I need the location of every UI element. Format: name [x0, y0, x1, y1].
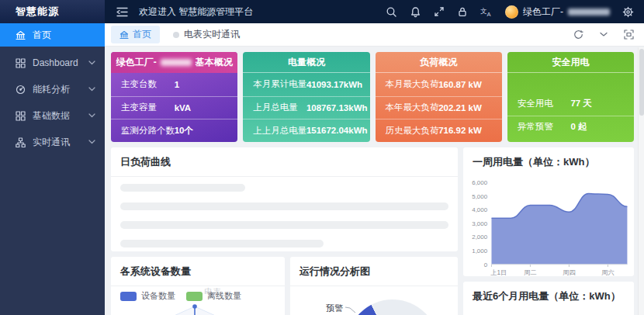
- stat-card-title: 安全用电: [507, 52, 634, 73]
- legend-swatch: [120, 292, 137, 301]
- stat-row: 监测分路个数10个: [111, 119, 237, 142]
- chevron-down-icon: [88, 140, 95, 144]
- stat-cards-row: 绿色工厂- 基本概况 主变台数1 主变容量kVA 监测分路个数10个 电量概况 …: [111, 52, 634, 142]
- chevron-down-icon: [88, 61, 95, 65]
- svg-text:上1日: 上1日: [490, 269, 507, 276]
- sidebar-item-base-data[interactable]: 基础数据: [0, 102, 105, 129]
- stat-row: 本月最大负荷160.87 kW: [376, 73, 502, 96]
- stat-card-safety: 安全用电 安全用电77 天 异常预警0 起: [507, 52, 634, 142]
- search-icon[interactable]: [386, 6, 397, 18]
- chevron-down-icon[interactable]: [600, 32, 608, 37]
- user-menu[interactable]: 绿色工厂-: [505, 5, 610, 19]
- chevron-down-icon: [88, 87, 95, 92]
- grid-icon: [16, 58, 26, 68]
- stat-row: 安全用电77 天: [507, 92, 634, 116]
- stat-row: 本月累计电量41093.17kWh: [243, 73, 369, 96]
- redacted-text: [161, 59, 192, 66]
- weekly-energy-panel: 一周用电量（单位：kWh） 01,0002,0003,0004,0005,000…: [463, 147, 634, 276]
- panel-title: 一周用电量（单位：kWh）: [463, 147, 634, 176]
- fullscreen-exit-icon[interactable]: [624, 29, 634, 40]
- radar-chart: 水表 用电安全: [120, 302, 275, 315]
- svg-text:0: 0: [484, 261, 488, 268]
- stat-card-load: 负荷概况 本月最大负荷160.87 kW 本年最大负荷202.21 kW 历史最…: [376, 52, 502, 142]
- tab-home[interactable]: 首页: [111, 26, 160, 43]
- sidebar-item-label: 能耗分析: [33, 83, 70, 96]
- stat-card-overview: 绿色工厂- 基本概况 主变台数1 主变容量kVA 监测分路个数10个: [111, 52, 237, 142]
- stat-row: 上上月总电量151672.04kWh: [243, 119, 369, 142]
- lock-icon[interactable]: [457, 6, 468, 17]
- panel-title: 日负荷曲线: [111, 147, 458, 177]
- sidebar-item-dashboard[interactable]: Dashboard: [0, 50, 105, 76]
- scrollbar-track[interactable]: [638, 47, 644, 315]
- sidebar-item-realtime-comm[interactable]: 实时通讯: [0, 129, 105, 155]
- user-name-redacted: [568, 9, 610, 16]
- loading-skeleton: [111, 177, 458, 248]
- tab-label: 电表实时通讯: [184, 28, 240, 41]
- user-name: 绿色工厂-: [523, 5, 563, 19]
- panel-title: 各系统设备数量: [111, 257, 285, 286]
- scrollbar-thumb[interactable]: [639, 49, 644, 116]
- chevron-down-icon: [88, 113, 95, 118]
- sidebar-item-label: 实时通讯: [33, 136, 70, 149]
- topbar: 智慧能源 欢迎进入 智慧能源管理平台 文A 绿色工厂-: [0, 0, 644, 23]
- stat-card-title: 负荷概况: [376, 52, 502, 73]
- bank-icon: [119, 30, 129, 40]
- svg-text:周二: 周二: [524, 269, 536, 276]
- svg-text:6,000: 6,000: [472, 179, 487, 186]
- device-count-panel: 各系统设备数量 电表 设备数量 离线数量: [111, 257, 285, 315]
- svg-text:2,000: 2,000: [472, 234, 487, 241]
- panel-title: 运行情况分析图: [290, 257, 458, 286]
- legend-swatch: [186, 292, 203, 301]
- svg-text:3,000: 3,000: [472, 220, 487, 227]
- sidebar-item-label: 首页: [33, 29, 51, 42]
- svg-text:1,000: 1,000: [472, 248, 487, 254]
- tabbar: 首页 电表实时通讯: [105, 23, 644, 47]
- svg-text:5,000: 5,000: [472, 193, 487, 200]
- stat-card-title: 电量概况: [243, 52, 369, 73]
- svg-text:周四: 周四: [563, 269, 575, 276]
- app-window: 智慧能源 欢迎进入 智慧能源管理平台 文A 绿色工厂-: [0, 0, 644, 315]
- stat-row: 主变容量kVA: [111, 96, 237, 119]
- share-nodes-icon: [16, 137, 26, 147]
- six-month-energy-panel: 最近6个月用电量（单位：kWh）: [463, 282, 634, 315]
- sidebar-item-label: 基础数据: [33, 109, 70, 123]
- weekly-area-chart: 01,0002,0003,0004,0005,0006,000上1日周二周四周六: [463, 176, 634, 278]
- stat-card-energy: 电量概况 本月累计电量41093.17kWh 上月总电量108767.13kWh…: [243, 52, 369, 142]
- gear-icon[interactable]: [622, 6, 634, 18]
- pie-slice-label: 预警: [326, 303, 343, 314]
- sidebar-item-home[interactable]: 首页: [0, 23, 105, 47]
- tab-meter-realtime[interactable]: 电表实时通讯: [173, 28, 240, 41]
- welcome-text: 欢迎进入 智慧能源管理平台: [139, 5, 253, 19]
- dashboard-content: 绿色工厂- 基本概况 主变台数1 主变容量kVA 监测分路个数10个 电量概况 …: [105, 47, 638, 315]
- avatar: [505, 5, 518, 19]
- sidebar: 首页 Dashboard 能耗分析 基础数据 实时通讯: [0, 23, 105, 315]
- legend-item-devices[interactable]: 设备数量: [120, 290, 175, 302]
- sidebar-collapse-icon[interactable]: [116, 7, 128, 17]
- svg-text:A: A: [487, 11, 491, 18]
- stat-row: 异常预警0 起: [507, 116, 634, 139]
- grid-icon: [16, 111, 26, 121]
- legend-item-offline[interactable]: 离线数量: [186, 290, 241, 302]
- stat-row: 历史最大负荷716.92 kW: [376, 119, 502, 142]
- fullscreen-icon[interactable]: [434, 6, 445, 17]
- chart-legend: 设备数量 离线数量: [120, 290, 275, 302]
- main-area: 首页 电表实时通讯 绿色工厂- 基本概况: [105, 23, 644, 315]
- operation-analysis-panel: 运行情况分析图 预警: [290, 257, 458, 315]
- stat-card-title: 绿色工厂- 基本概况: [111, 52, 237, 73]
- sidebar-item-energy-analysis[interactable]: 能耗分析: [0, 76, 105, 102]
- app-logo: 智慧能源: [0, 0, 105, 23]
- tab-actions: [573, 29, 644, 40]
- bank-icon: [16, 30, 26, 40]
- gauge-icon: [16, 85, 26, 95]
- svg-text:周六: 周六: [601, 269, 614, 276]
- tab-label: 首页: [133, 28, 151, 41]
- refresh-icon[interactable]: [573, 29, 583, 40]
- tab-dot: [173, 32, 179, 38]
- daily-load-panel: 日负荷曲线: [111, 147, 458, 251]
- stat-row: 本年最大负荷202.21 kW: [376, 96, 502, 119]
- bell-icon[interactable]: [410, 6, 421, 18]
- svg-text:4,000: 4,000: [472, 206, 487, 213]
- sidebar-item-label: Dashboard: [33, 57, 78, 68]
- stat-row: 上月总电量108767.13kWh: [243, 96, 369, 119]
- translate-icon[interactable]: 文A: [480, 6, 493, 17]
